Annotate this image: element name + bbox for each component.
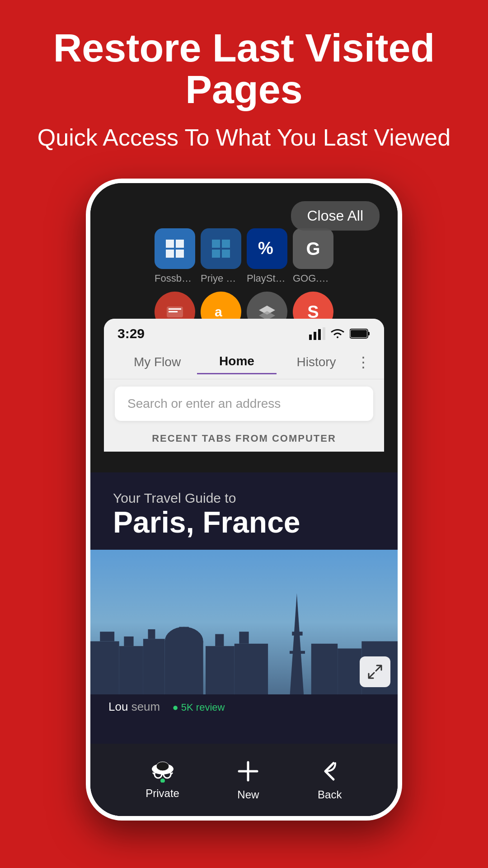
phone-wrapper: Close All Fossbytes -... Priye Rai, A... xyxy=(0,179,488,821)
review-text: ● 5K review xyxy=(172,702,225,713)
private-button[interactable]: Private xyxy=(145,760,179,800)
browser-card: 3:29 xyxy=(104,319,384,452)
svg-rect-34 xyxy=(206,646,235,694)
tab-history[interactable]: History xyxy=(277,350,356,374)
svg-rect-20 xyxy=(323,327,325,340)
svg-rect-42 xyxy=(338,648,361,694)
status-icons xyxy=(309,327,371,340)
svg-line-44 xyxy=(376,666,381,671)
svg-rect-28 xyxy=(124,637,133,646)
back-label: Back xyxy=(318,788,342,801)
svg-rect-30 xyxy=(148,629,155,639)
back-button[interactable]: Back xyxy=(317,759,343,801)
travel-title: Paris, France xyxy=(113,506,375,539)
tab-icon-gog: G xyxy=(293,228,333,269)
new-label: New xyxy=(237,788,259,801)
tab-home[interactable]: Home xyxy=(197,349,277,374)
new-tab-icon xyxy=(235,759,261,784)
private-icon xyxy=(149,760,176,783)
back-icon xyxy=(317,759,343,784)
tab-label-gog: GOG.com xyxy=(293,273,333,284)
svg-rect-3 xyxy=(166,250,174,258)
svg-rect-37 xyxy=(239,632,249,644)
svg-rect-36 xyxy=(235,644,268,694)
svg-rect-26 xyxy=(100,632,114,641)
private-label: Private xyxy=(145,787,179,800)
svg-rect-22 xyxy=(368,332,370,335)
svg-point-54 xyxy=(160,778,165,783)
close-all-button[interactable]: Close All xyxy=(291,201,380,231)
svg-rect-4 xyxy=(176,250,184,258)
paris-skyline-svg xyxy=(90,550,398,694)
tab-icon-playstation: % xyxy=(247,228,287,269)
travel-image xyxy=(90,550,398,694)
tab-label-playstation: PlayStation ... xyxy=(247,273,287,284)
tab-thumb-priye[interactable]: Priye Rai, A... xyxy=(201,228,241,284)
travel-subtitle: Your Travel Guide to xyxy=(113,491,375,506)
status-time: 3:29 xyxy=(117,326,145,341)
svg-rect-2 xyxy=(176,240,184,248)
browser-menu-icon[interactable]: ⋮ xyxy=(356,354,371,371)
tab-thumb-playstation[interactable]: % PlayStation ... xyxy=(247,228,287,284)
travel-text-area: Your Travel Guide to Paris, France xyxy=(90,472,398,550)
svg-rect-19 xyxy=(318,329,321,340)
expand-button[interactable] xyxy=(360,656,390,687)
svg-line-45 xyxy=(369,673,374,678)
sub-title: Quick Access To What You Last Viewed xyxy=(27,123,461,151)
svg-rect-33 xyxy=(179,627,189,641)
bottom-navigation: Private New Back xyxy=(90,744,398,816)
louvre-text2: seum xyxy=(131,700,160,713)
tab-icon-priye xyxy=(201,228,241,269)
tab-thumb-fossbytes[interactable]: Fossbytes -... xyxy=(155,228,195,284)
header-section: Restore Last Visited Pages Quick Access … xyxy=(0,0,488,170)
battery-icon xyxy=(350,328,371,340)
svg-rect-35 xyxy=(215,634,224,646)
tab-label-fossbytes: Fossbytes -... xyxy=(155,273,195,284)
svg-rect-29 xyxy=(143,639,165,694)
louvre-hint: Lou seum ● 5K review xyxy=(90,694,398,719)
svg-rect-9 xyxy=(222,250,230,258)
tab-my-flow[interactable]: My Flow xyxy=(117,350,197,374)
svg-rect-13 xyxy=(169,311,178,312)
main-title: Restore Last Visited Pages xyxy=(27,27,461,111)
wifi-icon xyxy=(330,327,345,340)
svg-rect-12 xyxy=(169,308,181,310)
search-bar[interactable]: Search or enter an address xyxy=(115,387,373,421)
svg-rect-1 xyxy=(166,240,174,248)
svg-rect-23 xyxy=(351,330,367,337)
new-tab-button[interactable]: New xyxy=(235,759,261,801)
phone-device: Close All Fossbytes -... Priye Rai, A... xyxy=(86,179,402,821)
browser-tabs-bar: My Flow Home History ⋮ xyxy=(104,345,384,379)
recent-tabs-label: RECENT TABS FROM COMPUTER xyxy=(104,428,384,452)
svg-rect-8 xyxy=(212,250,220,258)
svg-rect-7 xyxy=(222,240,230,248)
status-bar: 3:29 xyxy=(104,319,384,345)
svg-rect-39 xyxy=(292,632,302,636)
svg-rect-40 xyxy=(290,651,305,654)
svg-rect-41 xyxy=(311,644,338,694)
tab-thumb-gog[interactable]: G GOG.com xyxy=(293,228,333,284)
louvre-text: Lou xyxy=(108,700,128,713)
side-button-left xyxy=(86,274,88,310)
svg-text:a: a xyxy=(215,304,222,319)
tab-icon-fossbytes xyxy=(155,228,195,269)
tab-thumbnails-row1: Fossbytes -... Priye Rai, A... % xyxy=(90,228,398,284)
svg-rect-27 xyxy=(119,646,143,694)
svg-rect-25 xyxy=(90,641,119,694)
tab-label-priye: Priye Rai, A... xyxy=(201,273,241,284)
side-button-right xyxy=(400,274,402,328)
signal-icon xyxy=(309,327,325,340)
expand-icon xyxy=(367,664,383,680)
svg-rect-17 xyxy=(309,335,312,340)
svg-rect-6 xyxy=(212,240,220,248)
svg-rect-18 xyxy=(314,332,316,340)
svg-point-48 xyxy=(156,762,169,771)
svg-text:%: % xyxy=(258,239,273,258)
